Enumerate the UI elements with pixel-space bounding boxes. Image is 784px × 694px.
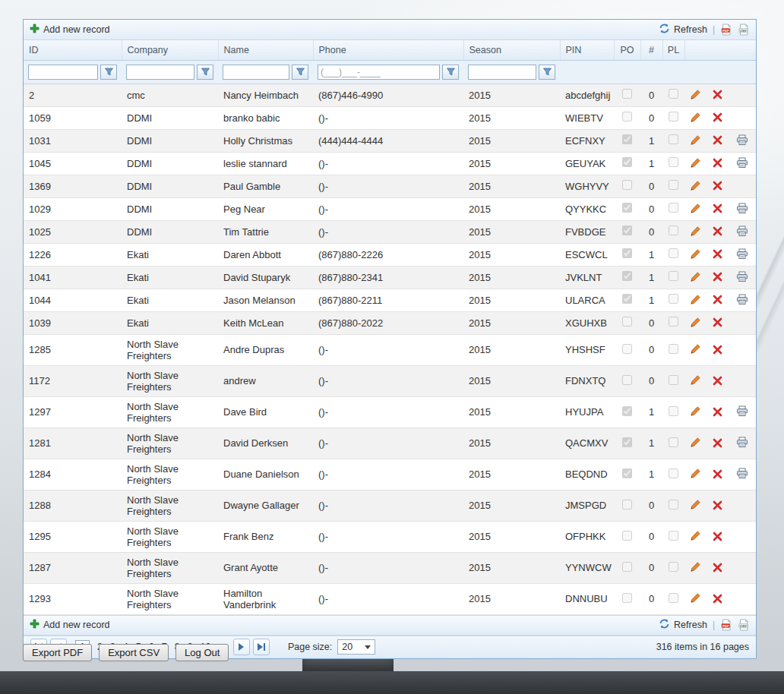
delete-button[interactable] (710, 248, 726, 260)
season-filter-button[interactable] (539, 65, 555, 80)
refresh-link-bottom[interactable]: Refresh (659, 618, 707, 632)
id-filter-input[interactable] (28, 65, 98, 80)
phone-filter-button[interactable] (442, 65, 459, 80)
delete-button[interactable] (710, 405, 726, 418)
pager-next-button[interactable] (233, 639, 250, 655)
page-size-select[interactable]: 20 (337, 639, 375, 655)
company-filter-button[interactable] (197, 65, 213, 80)
column-header-season[interactable]: Season (463, 40, 560, 60)
delete-button[interactable] (710, 270, 726, 283)
cell-name: Nancy Heimbach (218, 84, 313, 106)
company-filter-input[interactable] (126, 65, 194, 80)
print-button[interactable] (735, 225, 750, 238)
edit-button[interactable] (688, 111, 703, 124)
print-button[interactable] (735, 270, 750, 283)
edit-button[interactable] (688, 529, 703, 542)
cell-pin: DNNUBU (560, 583, 614, 614)
edit-button[interactable] (688, 342, 703, 355)
edit-button[interactable] (688, 467, 703, 480)
print-button[interactable] (735, 293, 750, 306)
add-new-record-link-bottom[interactable]: Add new record (30, 619, 110, 631)
edit-button[interactable] (688, 88, 703, 101)
edit-button[interactable] (688, 374, 703, 386)
edit-button[interactable] (688, 179, 703, 192)
delete-button[interactable] (710, 156, 726, 169)
name-filter-button[interactable] (292, 65, 308, 80)
print-button[interactable] (735, 134, 750, 147)
column-header-phone[interactable]: Phone (313, 40, 463, 60)
export-pdf-icon[interactable]: PDF (720, 24, 732, 36)
cell-count: 0 (640, 175, 662, 197)
delete-button[interactable] (710, 561, 726, 574)
delete-button[interactable] (710, 134, 726, 147)
svg-text:PDF: PDF (722, 29, 729, 33)
delete-button[interactable] (710, 343, 726, 356)
delete-button[interactable] (710, 530, 726, 543)
cell-phone: ()- (313, 396, 463, 427)
edit-button[interactable] (688, 560, 703, 573)
season-filter-input[interactable] (468, 65, 536, 80)
delete-button[interactable] (710, 592, 726, 605)
column-header-po[interactable]: PO (614, 40, 640, 60)
name-filter-input[interactable] (223, 65, 289, 80)
delete-button[interactable] (710, 293, 726, 306)
edit-button[interactable] (688, 436, 703, 449)
cell-id: 1285 (24, 334, 122, 365)
edit-button[interactable] (688, 202, 703, 215)
edit-button[interactable] (688, 248, 703, 260)
column-header-company[interactable]: Company (122, 40, 218, 60)
delete-button[interactable] (710, 225, 726, 238)
delete-button[interactable] (710, 374, 726, 387)
edit-button[interactable] (688, 293, 703, 306)
export-csv-icon[interactable]: CSV (738, 24, 750, 36)
pl-checkbox (669, 562, 678, 572)
print-button[interactable] (735, 156, 750, 169)
edit-button[interactable] (688, 156, 703, 169)
export-pdf-button[interactable]: Export PDF (23, 644, 92, 661)
print-button[interactable] (735, 436, 750, 449)
edit-button[interactable] (688, 134, 703, 147)
phone-filter-input[interactable] (318, 65, 440, 80)
po-checkbox (622, 180, 632, 190)
delete-button[interactable] (710, 316, 726, 329)
delete-button[interactable] (710, 111, 726, 124)
edit-button[interactable] (688, 225, 703, 238)
column-header-pl[interactable]: PL (662, 40, 684, 60)
edit-button[interactable] (688, 270, 703, 283)
cell-company: North Slave Freighters (122, 490, 218, 521)
refresh-link[interactable]: Refresh (659, 23, 707, 36)
print-button[interactable] (735, 467, 750, 480)
export-csv-button[interactable]: Export CSV (99, 644, 169, 661)
pl-checkbox (669, 226, 678, 235)
print-button[interactable] (735, 248, 750, 260)
edit-button[interactable] (688, 405, 703, 418)
log-out-button[interactable]: Log Out (175, 644, 229, 661)
edit-button[interactable] (688, 498, 703, 511)
table-row: 1287 North Slave Freighters Grant Ayotte… (24, 552, 756, 583)
export-pdf-icon-bottom[interactable]: PDF (720, 619, 732, 631)
cell-company: North Slave Freighters (122, 583, 218, 614)
delete-button[interactable] (710, 202, 726, 215)
column-header-name[interactable]: Name (218, 40, 313, 60)
export-csv-icon-bottom[interactable]: CSV (738, 619, 750, 631)
column-header-pin[interactable]: PIN (560, 40, 614, 60)
pager-last-button[interactable] (253, 639, 270, 655)
column-header-count[interactable]: # (640, 40, 662, 60)
delete-button[interactable] (710, 499, 726, 512)
delete-button[interactable] (710, 468, 726, 481)
cell-season: 2015 (463, 84, 560, 106)
cell-pin: FDNXTQ (560, 365, 614, 396)
cell-company: cmc (122, 84, 218, 106)
print-button[interactable] (735, 202, 750, 215)
edit-button[interactable] (688, 591, 703, 604)
id-filter-button[interactable] (100, 65, 117, 80)
delete-button[interactable] (710, 179, 726, 192)
print-button[interactable] (735, 405, 750, 418)
delete-button[interactable] (710, 437, 726, 450)
cell-company: DDMI (122, 152, 218, 175)
column-header-id[interactable]: ID (24, 40, 122, 60)
delete-button[interactable] (710, 88, 726, 101)
add-new-record-link[interactable]: Add new record (30, 24, 110, 36)
cell-phone: ()- (313, 552, 463, 583)
edit-button[interactable] (688, 316, 703, 329)
